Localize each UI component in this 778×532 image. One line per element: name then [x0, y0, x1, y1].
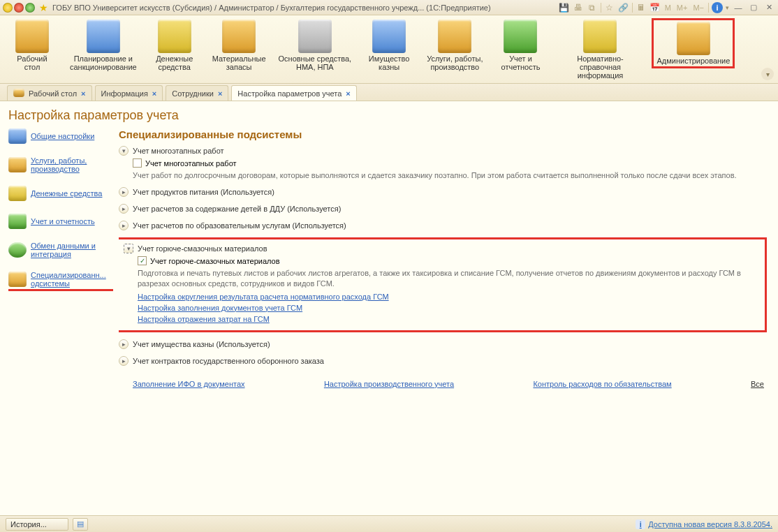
checkbox-row[interactable]: ✓ Учет горюче-смазочных материалов: [138, 256, 759, 265]
block-multistage: Учет многоэтапных работ Учет многоэтапны…: [119, 146, 767, 180]
maximize-icon[interactable]: ▢: [747, 3, 760, 13]
block-defense: Учет контрактов государственного оборонн…: [119, 356, 767, 366]
update-text: Доступна новая версия 8.3.8.2054.: [648, 520, 772, 529]
main: Настройка параметров учета Общие настрой…: [0, 101, 778, 515]
section-cash[interactable]: Денежныесредства: [147, 18, 203, 73]
sidenav-cash[interactable]: Денежные средства: [8, 186, 113, 201]
block-head[interactable]: Учет горюче-смазочных материалов: [124, 244, 759, 253]
page-title: Настройка параметров учета: [8, 108, 770, 123]
tab-info[interactable]: Информация ×: [95, 85, 163, 101]
checkbox-icon[interactable]: ✓: [138, 256, 147, 265]
gsm-link-filling[interactable]: Настройка заполнения документов учета ГС…: [138, 304, 302, 312]
titlebar: ★ ГОБУ ВПО Университет искусств (Субсиди…: [0, 0, 778, 15]
save-icon[interactable]: 💾: [559, 2, 570, 13]
toggle-icon[interactable]: [119, 356, 129, 366]
tab-employees[interactable]: Сотрудники ×: [166, 85, 228, 101]
section-planning[interactable]: Планирование исанкционирование: [67, 18, 140, 73]
sidenav-label: Учет и отчетность: [31, 217, 95, 226]
memory-clear[interactable]: M: [663, 3, 673, 12]
section-label: Денежныесредства: [156, 54, 193, 71]
block-title: Учет контрактов государственного оборонн…: [133, 357, 324, 365]
footer-link-control[interactable]: Контроль расходов по обязательствам: [533, 380, 671, 388]
sidenav-reporting[interactable]: Учет и отчетность: [8, 214, 113, 229]
calculator-icon[interactable]: 🖩: [636, 2, 647, 13]
section-desktop[interactable]: Рабочийстол: [4, 18, 60, 73]
tab-close-icon[interactable]: ×: [152, 89, 156, 98]
block-head[interactable]: Учет многоэтапных работ: [119, 146, 767, 156]
gsm-link-rounding[interactable]: Настройка округления результата расчета …: [138, 293, 389, 301]
tab-settings[interactable]: Настройка параметров учета ×: [231, 85, 356, 101]
toggle-icon[interactable]: [119, 187, 129, 197]
minimize-icon[interactable]: —: [732, 3, 744, 13]
section-bar: Рабочийстол Планирование исанкционирован…: [0, 15, 778, 84]
block-treasury-prop: Учет имущества казны (Используется): [119, 339, 767, 349]
gsm-link-costs[interactable]: Настройка отражения затрат на ГСМ: [138, 315, 270, 323]
section-materials[interactable]: Материальныезапасы: [210, 18, 269, 73]
toggle-icon[interactable]: [124, 244, 133, 253]
tab-close-icon[interactable]: ×: [346, 89, 350, 98]
block-head[interactable]: Учет расчетов по образовательным услугам…: [119, 221, 767, 230]
section-label: Рабочийстол: [17, 54, 47, 71]
memory-plus[interactable]: M+: [675, 3, 689, 12]
sidenav-services[interactable]: Услуги, работы, производство: [8, 156, 113, 173]
toggle-icon[interactable]: [119, 204, 129, 214]
tab-close-icon[interactable]: ×: [218, 89, 222, 98]
system-circle-2[interactable]: [14, 3, 24, 13]
history-button[interactable]: История...: [6, 518, 68, 531]
calendar-icon[interactable]: 📅: [649, 2, 661, 13]
close-icon[interactable]: ✕: [763, 3, 775, 13]
tab-close-icon[interactable]: ×: [81, 89, 85, 98]
tab-desktop[interactable]: Рабочий стол ×: [7, 85, 92, 101]
copy-icon[interactable]: ⧉: [587, 2, 598, 13]
sidenav-exchange[interactable]: Обмен данными и интеграция: [8, 242, 113, 258]
block-title: Учет расчетов по образовательным услугам…: [133, 221, 346, 230]
footer-link-prod[interactable]: Настройка производственного учета: [324, 380, 454, 388]
block-head[interactable]: Учет контрактов государственного оборонн…: [119, 356, 767, 366]
block-head[interactable]: Учет продуктов питания (Используется): [119, 187, 767, 197]
section-services[interactable]: Услуги, работы,производство: [424, 18, 485, 73]
block-head[interactable]: Учет расчетов за содержание детей в ДДУ …: [119, 204, 767, 214]
section-reporting[interactable]: Учет иотчетность: [492, 18, 548, 73]
tab-label: Настройка параметров учета: [237, 89, 342, 98]
print-icon[interactable]: 🖶: [573, 2, 584, 13]
normative-icon: [583, 20, 617, 53]
toggle-icon[interactable]: [119, 339, 129, 349]
link-icon[interactable]: 🔗: [618, 2, 629, 13]
favorite-icon[interactable]: ☆: [604, 2, 615, 13]
window-controls-left: [3, 3, 35, 13]
star-icon[interactable]: ★: [39, 2, 48, 13]
tab-label: Рабочий стол: [29, 89, 77, 98]
desktop-icon: [15, 20, 49, 53]
section-label: Основные средства,НМА, НПА: [279, 54, 352, 71]
block-title: Учет имущества казны (Используется): [133, 340, 270, 348]
panel-toggle-button[interactable]: ▤: [73, 518, 88, 531]
sidenav-specialized[interactable]: Специализированн... одсистемы: [8, 271, 113, 291]
content-heading: Специализированные подсистемы: [119, 128, 767, 140]
toggle-icon[interactable]: [119, 221, 129, 230]
footer-link-all[interactable]: Все: [751, 380, 764, 388]
checkbox-row[interactable]: Учет многоэтапных работ: [133, 158, 767, 168]
treasury-icon: [372, 20, 406, 53]
tabs-row: Рабочий стол × Информация × Сотрудники ×…: [0, 84, 778, 101]
info-icon[interactable]: i: [712, 2, 723, 13]
history-label: История...: [10, 520, 47, 529]
sidenav-label: Денежные средства: [31, 189, 102, 198]
system-circle-1[interactable]: [3, 3, 13, 13]
sidenav-general[interactable]: Общие настройки: [8, 128, 113, 144]
section-normative[interactable]: Нормативно-справочнаяинформация: [555, 18, 645, 81]
section-dropdown-icon[interactable]: ▾: [761, 68, 774, 80]
section-treasury[interactable]: Имуществоказны: [361, 18, 417, 73]
toggle-icon[interactable]: [119, 146, 129, 156]
block-head[interactable]: Учет имущества казны (Используется): [119, 339, 767, 349]
update-notice[interactable]: i Доступна новая версия 8.3.8.2054.: [636, 519, 772, 529]
checkbox-icon[interactable]: [133, 158, 142, 168]
titlebar-tools: 💾 🖶 ⧉ ☆ 🔗 🖩 📅 M M+ M− i ▾ — ▢ ✕: [559, 2, 775, 13]
system-circle-3[interactable]: [25, 3, 35, 13]
section-assets[interactable]: Основные средства,НМА, НПА: [276, 18, 355, 73]
section-label: Планирование исанкционирование: [70, 54, 137, 71]
footer-link-ifo[interactable]: Заполнение ИФО в документах: [133, 380, 245, 388]
section-admin[interactable]: Администрирование: [652, 18, 735, 68]
memory-minus[interactable]: M−: [691, 3, 705, 12]
footer-links: Заполнение ИФО в документах Настройка пр…: [119, 373, 767, 395]
dropdown-icon[interactable]: ▾: [726, 4, 729, 11]
